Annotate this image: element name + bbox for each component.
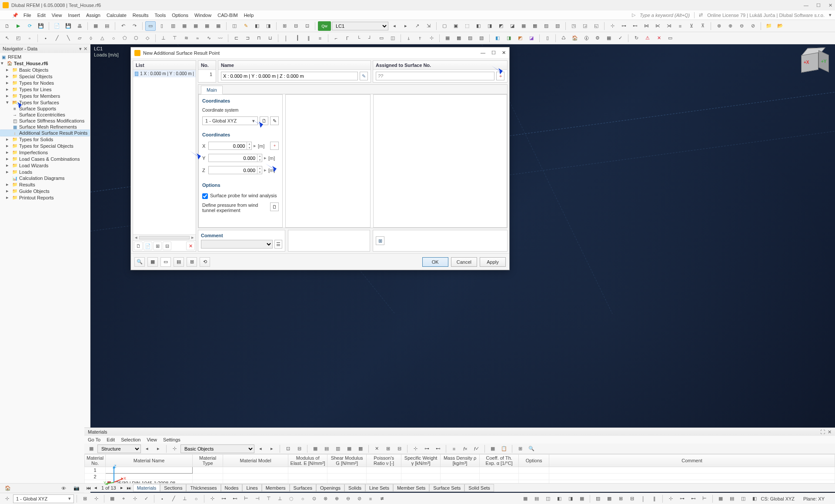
tb2-aq[interactable]: ◩ bbox=[515, 33, 525, 43]
tb-grp-c[interactable]: ⊡ bbox=[302, 21, 312, 31]
bt-sn-m[interactable]: ⊖ bbox=[343, 494, 353, 504]
tb-tool-e[interactable]: ⋉ bbox=[652, 21, 663, 31]
mattab-membersets[interactable]: Member Sets bbox=[393, 484, 429, 492]
mattab-materials[interactable]: Materials bbox=[133, 484, 160, 492]
tb-open[interactable]: ▶ bbox=[13, 21, 23, 31]
ft-f[interactable]: ⟲ bbox=[200, 257, 210, 267]
bt-h[interactable]: ╱ bbox=[168, 494, 179, 504]
tree-types-lines[interactable]: ▸📁Types for Lines bbox=[0, 86, 90, 93]
mat-tb-n[interactable]: ≡ bbox=[449, 444, 459, 454]
ft-c[interactable]: ▭ bbox=[160, 257, 171, 267]
tb2-b[interactable]: ◰ bbox=[13, 33, 23, 43]
tb-sec-d[interactable]: ◨ bbox=[263, 21, 274, 31]
mat-tb-f[interactable]: ▦ bbox=[344, 444, 354, 454]
menu-calc[interactable]: Calculate bbox=[107, 13, 127, 18]
tb-sec-b[interactable]: ✎ bbox=[240, 21, 251, 31]
tb-disp-a[interactable]: ▢ bbox=[439, 21, 450, 31]
mat-menu-edit[interactable]: Edit bbox=[107, 437, 115, 442]
tb2-ae[interactable]: ┘ bbox=[365, 33, 375, 43]
materials-grid[interactable]: Material No. Material Name Material Type… bbox=[84, 454, 835, 483]
ok-button[interactable]: OK bbox=[422, 257, 448, 267]
tree-lc[interactable]: ▸📁Load Cases & Combinations bbox=[0, 156, 90, 162]
mattab-lines[interactable]: Lines bbox=[242, 484, 261, 492]
tb2-aj[interactable]: ⊹ bbox=[426, 33, 437, 43]
menu-insert[interactable]: Insert bbox=[68, 13, 80, 18]
tb-tool-i[interactable]: ⊼ bbox=[698, 21, 708, 31]
tree-calcdiag[interactable]: 📊Calculation Diagrams bbox=[0, 175, 90, 181]
minimize-button[interactable]: — bbox=[804, 3, 808, 8]
tb2-r[interactable]: ∿ bbox=[204, 33, 214, 43]
cs-edit-button[interactable]: ✎ bbox=[270, 116, 279, 125]
tb2-d[interactable]: • bbox=[40, 33, 51, 43]
mat-tb-j[interactable]: ⊟ bbox=[394, 444, 404, 454]
bt-vw-k[interactable]: │ bbox=[638, 494, 648, 504]
bt-j[interactable]: ○ bbox=[191, 494, 201, 504]
tb-x-c[interactable]: ⊖ bbox=[736, 21, 747, 31]
tree-basic[interactable]: ▸📁Basic Objects bbox=[0, 66, 90, 73]
tree-surf-result-points[interactable]: ↓Additional Surface Result Points bbox=[0, 130, 90, 136]
cancel-button[interactable]: Cancel bbox=[451, 257, 477, 267]
mat-menu-sel[interactable]: Selection bbox=[121, 437, 140, 442]
tb2-ad[interactable]: └ bbox=[354, 33, 364, 43]
dropdown-icon[interactable]: ▾ bbox=[829, 12, 832, 18]
mat-menu-goto[interactable]: Go To bbox=[88, 437, 100, 442]
mat-tb-e[interactable]: ▥ bbox=[333, 444, 343, 454]
tb-grp-a[interactable]: ⊞ bbox=[279, 21, 290, 31]
nav-ft-home[interactable]: 🏠 bbox=[3, 484, 13, 493]
tb2-v[interactable]: ⊓ bbox=[254, 33, 264, 43]
tree-surf-mesh[interactable]: ▦Surface Mesh Refinements bbox=[0, 124, 90, 130]
tb-sec-a[interactable]: ◫ bbox=[229, 21, 240, 31]
mat-menu-view[interactable]: View bbox=[147, 437, 157, 442]
tb-sec-c[interactable]: ◧ bbox=[252, 21, 262, 31]
tb2-ai[interactable]: ⫯ bbox=[415, 33, 425, 43]
mattab-surfsets[interactable]: Surface Sets bbox=[429, 484, 464, 492]
list-btn-b[interactable]: ⊟ bbox=[163, 242, 171, 250]
tb-run[interactable]: ⟳ bbox=[24, 21, 35, 31]
tb2-an[interactable]: ▧ bbox=[476, 33, 487, 43]
mat-basicobj-select[interactable]: Basic Objects bbox=[180, 444, 254, 453]
name-input[interactable] bbox=[221, 72, 358, 80]
tb2-aa[interactable]: ≡ bbox=[315, 33, 325, 43]
mattab-nodes[interactable]: Nodes bbox=[221, 484, 243, 492]
tb-disp-k[interactable]: ▧ bbox=[552, 21, 563, 31]
tb-tool-g[interactable]: ≡ bbox=[675, 21, 685, 31]
tb-lc-prev[interactable]: ◂ bbox=[389, 21, 400, 31]
bt-vw-e[interactable]: ◨ bbox=[565, 494, 576, 504]
tb-cube-b[interactable]: ◲ bbox=[580, 21, 590, 31]
tb-undo[interactable]: ↶ bbox=[118, 21, 128, 31]
bt-vw-r[interactable]: ▤ bbox=[727, 494, 737, 504]
list-new[interactable]: 🗋 bbox=[134, 242, 143, 250]
bt-vw-c[interactable]: ◫ bbox=[543, 494, 553, 504]
assigned-input[interactable] bbox=[376, 72, 494, 80]
dialog-close[interactable]: ✕ bbox=[502, 50, 506, 56]
tb2-k[interactable]: ⬠ bbox=[120, 33, 130, 43]
comment-select[interactable] bbox=[201, 240, 273, 249]
tb-tool-h[interactable]: ⊻ bbox=[686, 21, 697, 31]
tb2-c[interactable]: ▫ bbox=[24, 33, 35, 43]
bt-vw-o[interactable]: ⊷ bbox=[688, 494, 698, 504]
tb2-ba[interactable]: ⚠ bbox=[642, 33, 653, 43]
mat-tb-o[interactable]: ▦ bbox=[488, 444, 498, 454]
bt-sn-g[interactable]: ⊥ bbox=[275, 494, 285, 504]
mat-max-icon[interactable]: ⛶ bbox=[820, 429, 825, 435]
mat-tb-struct-icon[interactable]: ▦ bbox=[86, 444, 97, 454]
tb2-e[interactable]: ╱ bbox=[52, 33, 62, 43]
tb-save[interactable]: 💾 bbox=[36, 21, 46, 31]
mat-tb-fn[interactable]: f× bbox=[460, 444, 471, 454]
tb-x-a[interactable]: ⊗ bbox=[714, 21, 724, 31]
tb-f-a[interactable]: 📁 bbox=[764, 21, 774, 31]
ft-d[interactable]: ▤ bbox=[174, 257, 184, 267]
tb2-af[interactable]: ▭ bbox=[376, 33, 387, 43]
bt-sn-e[interactable]: ⊣ bbox=[252, 494, 263, 504]
navigator-tree[interactable]: ▣RFEM ▾🏠Test_House.rf6 ▸📁Basic Objects ▸… bbox=[0, 53, 90, 496]
cs-combo[interactable]: 1 - Global XYZ▾ bbox=[13, 494, 74, 503]
bt-a[interactable]: ⊞ bbox=[80, 494, 90, 504]
tb2-al[interactable]: ▩ bbox=[454, 33, 464, 43]
mattab-next[interactable]: ▸ bbox=[119, 485, 125, 491]
mattab-surfaces[interactable]: Surfaces bbox=[290, 484, 316, 492]
tb-view-f[interactable]: ▦ bbox=[202, 21, 212, 31]
tb-view-g[interactable]: ▦ bbox=[213, 21, 224, 31]
tb2-am[interactable]: ▨ bbox=[465, 33, 475, 43]
bt-vw-j[interactable]: ⊟ bbox=[627, 494, 637, 504]
mattab-solids[interactable]: Solids bbox=[344, 484, 365, 492]
